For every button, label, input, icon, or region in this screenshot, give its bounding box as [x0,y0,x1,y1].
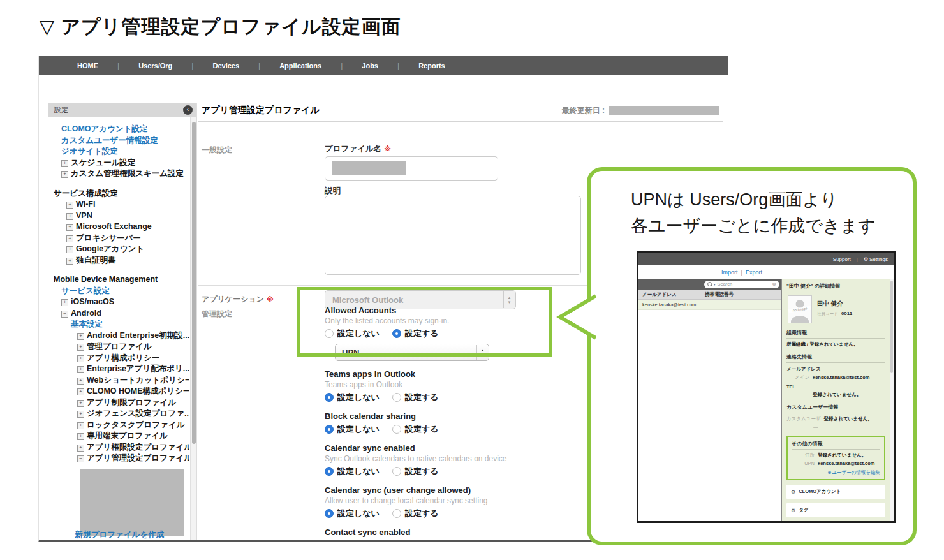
sidebar-item-clomo-home[interactable]: +CLOMO HOME構成ポリシー [52,386,189,397]
expand-icon[interactable]: + [77,400,84,407]
expand-icon[interactable]: + [61,171,68,178]
sidebar-item-item[interactable]: 基本設定 [52,319,189,330]
radio-option-allowed-accounts-no[interactable]: 設定しない [325,328,380,339]
sidebar-item-wi-fi[interactable]: +Wi-Fi [52,199,189,210]
sidebar-item-item[interactable]: +カスタム管理権限スキーム設定 [52,168,189,180]
sidebar-item-label: プロキシサーバー [76,233,141,242]
expand-icon[interactable]: + [77,366,84,373]
sidebar-item-microsoft-exchange[interactable]: +Microsoft Exchange [52,221,189,233]
description-textarea[interactable] [325,196,581,275]
radio-button[interactable] [325,509,334,518]
expand-icon[interactable]: + [66,202,73,209]
export-link[interactable]: Export [746,269,762,276]
nav-item-devices[interactable]: Devices [193,62,258,70]
nav-item-home[interactable]: HOME [58,62,117,70]
detail-scrollbar[interactable] [890,279,894,521]
expand-icon[interactable]: + [77,378,84,385]
nav-item-applications[interactable]: Applications [260,62,341,70]
sidebar-item-android[interactable]: −Android [52,308,189,320]
radio-button[interactable] [392,329,401,338]
collapse-icon[interactable]: − [61,311,68,318]
sidebar-item-item[interactable]: +アプリ構成ポリシー [52,353,189,364]
radio-option-calendar-sync-enabled-no[interactable]: 設定しない [325,466,380,477]
radio-option-allowed-accounts-yes[interactable]: 設定する [392,328,439,339]
expand-icon[interactable]: + [77,445,84,452]
expand-icon[interactable]: + [66,235,73,242]
radio-button[interactable] [325,467,334,476]
radio-button[interactable] [325,329,334,338]
sidebar-item-label: サービス設定 [61,286,110,295]
radio-option-calendar-sync-user-change-allowed-no[interactable]: 設定しない [325,508,380,519]
sidebar-item-web[interactable]: +Webショートカットポリシー [52,375,189,387]
expand-icon[interactable]: + [77,411,84,418]
radio-option-calendar-sync-enabled-yes[interactable]: 設定する [392,466,439,477]
create-profile-link[interactable]: 新規プロファイルを作成 [48,529,191,540]
tag-row[interactable]: ⚙タグ [786,503,885,517]
sidebar-item-clomo[interactable]: CLOMOアカウント設定 [52,124,189,135]
user-list-row[interactable]: kenske.tanaka@test.com [638,300,781,310]
expand-icon[interactable]: + [61,160,68,167]
support-link[interactable]: Support [833,256,851,262]
radio-button[interactable] [325,425,334,434]
expand-icon[interactable]: + [77,333,84,340]
radio-label: 設定する [405,466,439,477]
radio-button[interactable] [325,393,334,402]
sidebar-item-item[interactable]: +独自証明書 [52,255,189,267]
radio-option-block-calendar-sharing-yes[interactable]: 設定する [392,424,439,435]
sidebar-scrollbar[interactable] [190,117,196,540]
expand-icon[interactable]: + [66,258,73,265]
sidebar-item-item[interactable]: カスタムユーザー情報設定 [52,135,189,147]
collapse-icon[interactable]: − [77,455,84,462]
setting-select-allowed-accounts[interactable]: UPN▲▼ [335,344,489,361]
sidebar-item-android-enterprise[interactable]: +Android Enterprise初期設... [52,330,189,342]
sidebar-item-vpn[interactable]: +VPN [52,210,189,222]
sidebar-item-enterprise[interactable]: +Enterpriseアプリ配布ポリ... [52,364,189,375]
sidebar-item-item[interactable]: +スケジュール設定 [52,158,189,169]
detail-scrollbar-thumb[interactable] [890,281,893,373]
radio-option-calendar-sync-user-change-allowed-yes[interactable]: 設定する [392,508,439,519]
sidebar-item-ios-macos[interactable]: +iOS/macOS [52,297,189,308]
expand-icon[interactable]: + [61,299,68,306]
sidebar-item-item[interactable]: ジオサイト設定 [52,146,189,158]
expand-icon[interactable]: + [77,422,84,429]
sidebar-item-item[interactable]: −アプリ管理設定プロファイル [52,453,189,464]
radio-button[interactable] [392,425,401,434]
radio-option-teams-apps-in-outlook-yes[interactable]: 設定する [392,392,439,403]
sidebar-collapse-button[interactable]: ‹ [183,105,193,115]
expand-icon[interactable]: + [66,224,73,231]
clear-search-icon[interactable]: ⊗ [772,281,776,287]
sidebar-item-item[interactable]: +ジオフェンス設定プロファ... [52,408,189,420]
radio-button[interactable] [392,509,401,518]
sidebar-item-item[interactable]: サービス設定 [52,286,189,297]
user-list-panel: ▾ Search ⊗ メールアドレス 携帯電話番号 kenske.tanaka@… [638,279,782,521]
expand-icon[interactable]: + [66,213,73,220]
sidebar-item-item[interactable]: +アプリ制限プロファイル [52,397,189,409]
nav-item-users-org[interactable]: Users/Org [119,62,191,70]
expand-icon[interactable]: + [77,344,84,351]
import-link[interactable]: Import [721,269,738,276]
radio-option-block-calendar-sharing-no[interactable]: 設定しない [325,424,380,435]
sidebar-item-item[interactable]: +アプリ権限設定プロファイル [52,442,189,453]
expand-icon[interactable]: + [77,355,84,362]
sidebar-item-item[interactable]: +プロキシサーバー [52,233,189,244]
sidebar-item-google[interactable]: +Googleアカウント [52,244,189,255]
radio-label: 設定しない [337,328,380,339]
radio-button[interactable] [392,393,401,402]
expand-icon[interactable]: + [77,388,84,395]
settings-link[interactable]: ⚙Settings [864,256,888,262]
sidebar-item-item[interactable]: +ロックタスクプロファイル [52,420,189,431]
sidebar-item-item[interactable]: +管理プロファイル [52,341,189,353]
radio-button[interactable] [392,467,401,476]
nav-item-jobs[interactable]: Jobs [343,62,397,70]
nav-item-reports[interactable]: Reports [399,62,464,70]
expand-icon[interactable]: + [66,246,73,253]
search-input[interactable]: ▾ Search ⊗ [704,281,779,288]
clomo-account-row[interactable]: ⚙CLOMOアカウント [786,485,885,499]
sidebar-scrollbar-thumb[interactable] [192,122,196,444]
sidebar-item-item[interactable]: +専用端末プロファイル [52,431,189,442]
page-title: ▽ アプリ管理設定プロファイル設定画面 [40,14,401,40]
radio-option-teams-apps-in-outlook-no[interactable]: 設定しない [325,392,380,403]
profile-name-input[interactable] [325,156,498,181]
edit-user-link[interactable]: ⊕ユーザーの情報を編集 [792,469,880,476]
expand-icon[interactable]: + [77,433,84,440]
